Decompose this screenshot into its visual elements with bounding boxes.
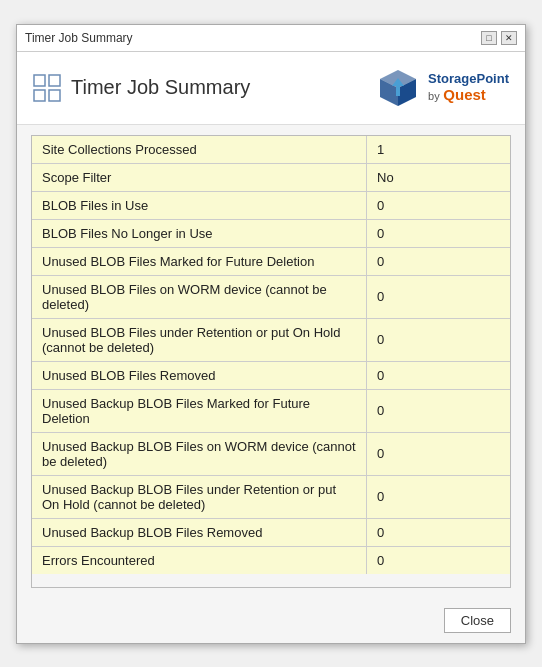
row-value: 0: [367, 546, 510, 574]
table-container[interactable]: Site Collections Processed 1 Scope Filte…: [31, 135, 511, 588]
title-bar-controls: □ ✕: [481, 31, 517, 45]
header-left: Timer Job Summary: [33, 74, 250, 102]
svg-rect-1: [49, 75, 60, 86]
svg-rect-2: [34, 90, 45, 101]
logo-wrapper: StoragePoint by Quest: [374, 64, 509, 112]
logo-storagepoint: StoragePoint: [428, 71, 509, 87]
row-value: 0: [367, 318, 510, 361]
row-label: BLOB Files No Longer in Use: [32, 219, 367, 247]
title-bar: Timer Job Summary □ ✕: [17, 25, 525, 52]
table-row: Errors Encountered 0: [32, 546, 510, 574]
window: Timer Job Summary □ ✕ Timer Job Summary: [16, 24, 526, 644]
row-label: Site Collections Processed: [32, 136, 367, 164]
table-row: Unused Backup BLOB Files Removed 0: [32, 518, 510, 546]
row-label: Errors Encountered: [32, 546, 367, 574]
header-title: Timer Job Summary: [71, 76, 250, 99]
table-row: Site Collections Processed 1: [32, 136, 510, 164]
header: Timer Job Summary Storag: [17, 52, 525, 125]
table-row: Unused Backup BLOB Files on WORM device …: [32, 432, 510, 475]
table-row: Unused Backup BLOB Files Marked for Futu…: [32, 389, 510, 432]
table-row: Unused BLOB Files on WORM device (cannot…: [32, 275, 510, 318]
row-value: 0: [367, 432, 510, 475]
close-window-button[interactable]: ✕: [501, 31, 517, 45]
logo-icon: [374, 64, 422, 112]
row-label: Unused BLOB Files under Retention or put…: [32, 318, 367, 361]
row-value: 0: [367, 361, 510, 389]
grid-icon: [33, 74, 61, 102]
svg-rect-0: [34, 75, 45, 86]
table-row: Unused BLOB Files Removed 0: [32, 361, 510, 389]
row-label: Unused Backup BLOB Files Marked for Futu…: [32, 389, 367, 432]
row-value: 0: [367, 275, 510, 318]
row-value: 0: [367, 219, 510, 247]
table-row: BLOB Files in Use 0: [32, 191, 510, 219]
footer: Close: [17, 598, 525, 643]
logo: StoragePoint by Quest: [374, 64, 509, 112]
row-label: Unused Backup BLOB Files under Retention…: [32, 475, 367, 518]
row-label: Scope Filter: [32, 163, 367, 191]
row-label: BLOB Files in Use: [32, 191, 367, 219]
table-row: Unused Backup BLOB Files under Retention…: [32, 475, 510, 518]
summary-table: Site Collections Processed 1 Scope Filte…: [32, 136, 510, 574]
logo-quest: Quest: [443, 86, 486, 103]
row-value: 0: [367, 475, 510, 518]
row-label: Unused BLOB Files Marked for Future Dele…: [32, 247, 367, 275]
table-row: Unused BLOB Files under Retention or put…: [32, 318, 510, 361]
table-row: Unused BLOB Files Marked for Future Dele…: [32, 247, 510, 275]
content: Site Collections Processed 1 Scope Filte…: [17, 125, 525, 598]
table-row: BLOB Files No Longer in Use 0: [32, 219, 510, 247]
row-label: Unused Backup BLOB Files on WORM device …: [32, 432, 367, 475]
row-value: 0: [367, 191, 510, 219]
table-row: Scope Filter No: [32, 163, 510, 191]
row-value: 0: [367, 389, 510, 432]
row-value: 1: [367, 136, 510, 164]
row-value: No: [367, 163, 510, 191]
logo-text: StoragePoint by Quest: [428, 71, 509, 105]
close-button[interactable]: Close: [444, 608, 511, 633]
logo-by: by: [428, 90, 440, 102]
row-value: 0: [367, 247, 510, 275]
restore-button[interactable]: □: [481, 31, 497, 45]
svg-rect-3: [49, 90, 60, 101]
row-label: Unused BLOB Files on WORM device (cannot…: [32, 275, 367, 318]
row-label: Unused BLOB Files Removed: [32, 361, 367, 389]
row-label: Unused Backup BLOB Files Removed: [32, 518, 367, 546]
window-title: Timer Job Summary: [25, 31, 133, 45]
row-value: 0: [367, 518, 510, 546]
